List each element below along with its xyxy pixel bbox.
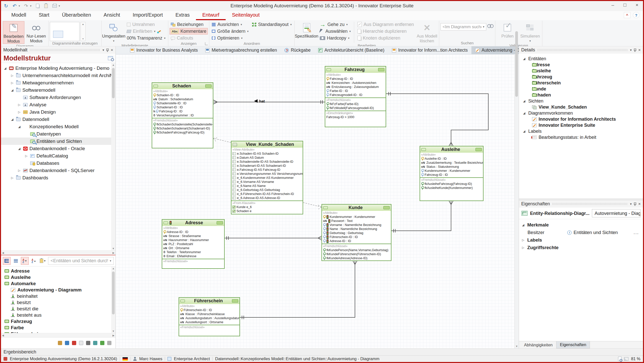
expander-icon[interactable]: ◢ bbox=[10, 88, 14, 92]
expander-icon[interactable]: ▷ bbox=[17, 103, 21, 107]
diagram-search-input[interactable]: <Im Diagramm sucher▾ bbox=[440, 23, 486, 30]
details-close-icon[interactable]: × bbox=[638, 48, 641, 53]
expander-icon[interactable]: ▷ bbox=[24, 154, 28, 158]
attribute-row[interactable]: Schaden-ID : ID bbox=[153, 93, 212, 97]
close-button[interactable]: × bbox=[631, 1, 643, 9]
properties-pin-icon[interactable] bbox=[634, 202, 636, 206]
menu-seitenlayout[interactable]: Seitenlayout bbox=[226, 11, 266, 20]
tree-item-datentypen[interactable]: Datentypen bbox=[1, 130, 115, 138]
kommentare-button[interactable]: AbcKommentare bbox=[170, 28, 208, 35]
properties-close-icon[interactable]: × bbox=[638, 202, 641, 207]
panel-strip-icon-4[interactable] bbox=[79, 341, 83, 345]
list-item-besitzt-die[interactable]: besitzt die bbox=[1, 306, 115, 312]
details-section-labels[interactable]: ◢Labels bbox=[519, 128, 643, 134]
attribute-row[interactable]: nNStatus : Statuskennung bbox=[421, 165, 482, 169]
result-area-bar[interactable]: Ergebnisbereich bbox=[1, 348, 643, 355]
attribute-row[interactable]: Kundennummer : Kundenummer bbox=[323, 215, 390, 219]
expand-box-icon[interactable] bbox=[383, 206, 390, 209]
menu-modell[interactable]: Modell bbox=[5, 11, 32, 20]
attribute-row[interactable]: nNPasswort : Text bbox=[323, 219, 390, 223]
tree-item-mietwagenunternehmen[interactable]: ▷Mietwagenunternehmen bbox=[1, 79, 115, 86]
details-item-ausleihe[interactable]: Ausleihe bbox=[519, 68, 643, 74]
tree-item-enterprise-modeling-autovermietung-demo-16-2-1-30204[interactable]: ◢Enterprise Modeling Autovermietung - De… bbox=[1, 64, 115, 72]
binoculars-icon[interactable] bbox=[487, 24, 494, 28]
expand-box-icon[interactable] bbox=[217, 221, 223, 224]
attribute-row[interactable]: fkKundeAdresse(Adresse-ID) bbox=[323, 256, 390, 260]
help-button[interactable]: ? bbox=[633, 12, 639, 18]
attribute-row[interactable]: fkFahrzeug-ID : ID bbox=[153, 109, 212, 113]
expander-icon[interactable]: ▷ bbox=[17, 110, 21, 114]
tab-eigenschaften[interactable]: Eigenschaften bbox=[556, 341, 590, 348]
list-item-besitzt[interactable]: besitzt bbox=[1, 299, 115, 306]
tree-item-datenbankmodell-oracle[interactable]: ◢Datenbankmodell - Oracle bbox=[1, 145, 115, 152]
listbox-scrollbar[interactable]: ▲▾ bbox=[80, 22, 86, 41]
details-section-entit-ten[interactable]: ◢Entitäten bbox=[519, 56, 643, 62]
collapse-box-icon[interactable] bbox=[327, 68, 331, 71]
attribute-row[interactable]: Kunde e_6 bbox=[232, 205, 302, 209]
attribute-row[interactable]: Geburtstag : Geburtstag bbox=[323, 231, 390, 235]
aus-modell-loeschen-button[interactable]: ✕Aus Modell löschen bbox=[416, 21, 438, 43]
attribute-row[interactable]: e.Versicherungsnummer AS Versicherungsnu… bbox=[232, 172, 302, 176]
details-dropdown-icon[interactable]: ▾ bbox=[630, 48, 632, 52]
expander-icon[interactable]: ▷ bbox=[10, 176, 14, 180]
attribute-row[interactable]: e_6.Adresse-ID AS Adresse-ID bbox=[232, 196, 302, 200]
aus-diagramm-entfernen-button[interactable]: Aus Diagramm entfernen bbox=[356, 21, 415, 28]
details-section-sichten[interactable]: ◢Sichten bbox=[519, 98, 643, 104]
undo-dropdown-icon[interactable]: ▾ bbox=[19, 4, 20, 8]
gehe-zu-dropdown[interactable]: →Gehe zu▾ bbox=[318, 21, 352, 28]
collapse-box-icon[interactable] bbox=[153, 85, 158, 87]
tree-item-software-anforderungen[interactable]: Software Anforderungen bbox=[1, 94, 115, 101]
menu-berarbeiten[interactable]: Überarbeiten bbox=[56, 11, 97, 20]
diagram-content-listbox[interactable] bbox=[50, 22, 79, 41]
copy-icon[interactable] bbox=[35, 3, 40, 9]
entity-fahrzeug[interactable]: Fahrzeug«Attribute»Fahrzeug-ID : IDnNKen… bbox=[325, 66, 386, 127]
connector-7[interactable] bbox=[303, 203, 321, 209]
ausrichten-dropdown[interactable]: Ausrichten▾ bbox=[211, 21, 250, 28]
connector-2[interactable] bbox=[386, 92, 488, 146]
list-horizontal-scrollbar[interactable]: ◀▶ bbox=[1, 333, 115, 337]
details-item-view-kunde-schaden[interactable]: View_Kunde_Schaden bbox=[519, 104, 643, 110]
expander-icon[interactable]: ◢ bbox=[522, 57, 526, 60]
attribute-row[interactable]: Schadenart-ID : ID bbox=[153, 105, 212, 109]
tab-abhaengigkeiten[interactable]: Abhängigkeiten bbox=[520, 341, 556, 348]
tree-item-datenmodell[interactable]: ◢Datenmodell bbox=[1, 116, 115, 123]
paste-icon[interactable] bbox=[44, 3, 49, 9]
hierarchie-duplizieren-button[interactable]: Hierarchie duplizieren bbox=[356, 28, 415, 35]
panel-strip-icon-2[interactable] bbox=[65, 341, 69, 345]
sort-za-button[interactable]: AZ▲ bbox=[30, 257, 38, 265]
details-item-innovator-enterprise-suite[interactable]: Innovator Enterprise Suite bbox=[519, 122, 643, 128]
details-item-adresse[interactable]: Adresse bbox=[519, 62, 643, 68]
connector-3[interactable] bbox=[391, 201, 453, 233]
attribute-row[interactable]: nNKennzeichen : Autokennzeichen bbox=[326, 81, 385, 85]
expand-box-icon[interactable] bbox=[205, 84, 212, 88]
tree-vertical-scrollbar[interactable]: ▲▼ bbox=[111, 63, 115, 250]
attribute-row[interactable]: e.Fahrzeug-ID AS Fahrzeug-ID bbox=[232, 168, 302, 172]
attribute-row[interactable]: 0Email : EMailAdresse bbox=[163, 254, 223, 258]
attribute-row[interactable]: nNStrasse : Straßenname bbox=[163, 234, 223, 238]
collapse-box-icon[interactable] bbox=[164, 221, 168, 224]
attribute-row[interactable]: Vorname : Namentliche Bezeichnung bbox=[323, 223, 390, 227]
list-item-autovermietung-diagramm[interactable]: Autovermietung - Diagramm bbox=[1, 287, 115, 293]
attribute-row[interactable]: Ausleihe-ID : ID bbox=[421, 157, 482, 161]
edit-mode-button[interactable]: Bearbeiten Modus bbox=[3, 21, 24, 44]
expand-box-icon[interactable] bbox=[232, 299, 238, 303]
entity-schaden[interactable]: Schaden«Attribute»Schaden-ID : IDnNDatum… bbox=[152, 82, 213, 148]
attribute-row[interactable]: Fahrzeug-ID : ID bbox=[421, 173, 482, 177]
entity-view-kunde-schaden[interactable]: View_Kunde_Schaden«View-Attribute»e.Scha… bbox=[231, 141, 303, 214]
attribute-row[interactable]: nNKlasse : Führerscheinklasse bbox=[180, 312, 238, 316]
tree-item-datenbankmodell-sqlserver[interactable]: ▷Datenbankmodell - SQLServer bbox=[1, 167, 115, 174]
menu-import-export[interactable]: Import/Export bbox=[126, 11, 169, 20]
list-item-ausleihe[interactable]: Ausleihe bbox=[1, 274, 115, 280]
sort-az-button[interactable]: AZ▼ bbox=[21, 257, 29, 265]
connector-1[interactable] bbox=[213, 100, 325, 104]
attribute-row[interactable]: Adresse-ID : ID bbox=[323, 239, 390, 243]
minimize-button[interactable]: – bbox=[607, 1, 619, 9]
attribute-row[interactable]: Schaden e bbox=[232, 209, 302, 213]
tree-item-konzeptionelles-modell[interactable]: ◢Konzeptionelles Modell bbox=[1, 123, 115, 130]
labels-section[interactable]: ▷Labels bbox=[519, 236, 643, 244]
attribute-row[interactable]: Adresse-ID : ID bbox=[163, 230, 223, 234]
auswaehlen-dropdown[interactable]: Auswählen▾ bbox=[318, 28, 352, 35]
redo-icon[interactable]: ↷ bbox=[24, 3, 29, 9]
panel-strip-icon-3[interactable] bbox=[72, 341, 76, 345]
menu-entwurf[interactable]: Entwurf bbox=[196, 11, 226, 20]
